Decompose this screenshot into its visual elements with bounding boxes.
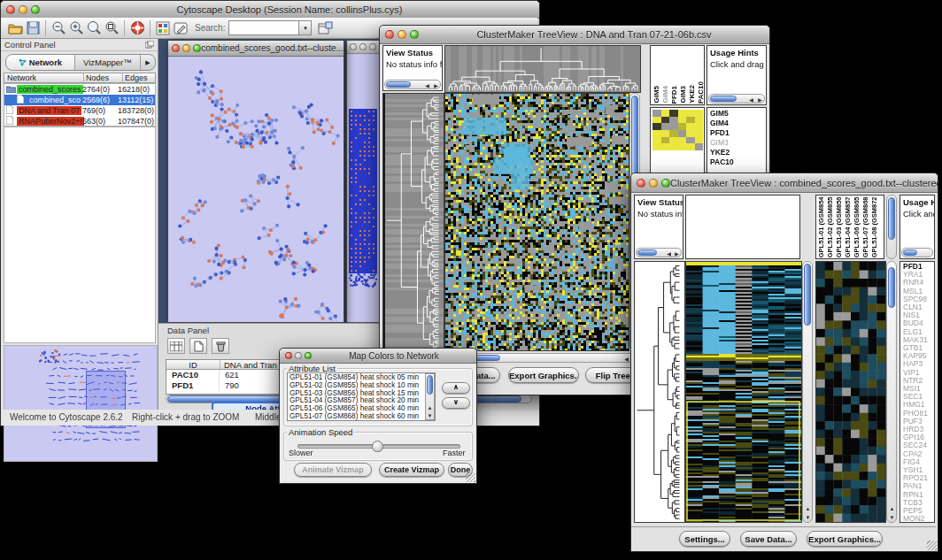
treeview1-titlebar[interactable]: ClusterMaker TreeView : DNA and Tran 07-…: [380, 26, 769, 44]
zoom-heatmap-cell[interactable]: [686, 137, 695, 144]
gene-label[interactable]: MAK31: [903, 336, 928, 344]
gene-label[interactable]: PFD1: [903, 263, 928, 271]
zoom-heatmap-cell[interactable]: [661, 117, 670, 124]
tv2-status-scrollbar[interactable]: ◀▶: [636, 248, 682, 257]
gene-label[interactable]: PEP5: [903, 507, 928, 515]
new-attribute-icon[interactable]: [189, 338, 207, 354]
resize-grip[interactable]: [466, 472, 475, 482]
zoom-heatmap-cell[interactable]: [652, 110, 661, 117]
zoom-heatmap-cell[interactable]: [652, 117, 661, 124]
tv1-row-dendrogram[interactable]: [382, 93, 444, 351]
gene-label[interactable]: NTR2: [903, 377, 928, 385]
gene-label[interactable]: KAP95: [903, 352, 928, 360]
zoom-heatmap-cell[interactable]: [678, 117, 687, 124]
save-icon[interactable]: [24, 19, 42, 37]
tv2-settings-button[interactable]: Settings...: [679, 531, 730, 547]
zoom-heatmap-cell[interactable]: [652, 137, 661, 144]
zoom-heatmap-cell[interactable]: [678, 110, 687, 117]
minimize-button[interactable]: [398, 30, 406, 39]
gene-label[interactable]: FIG4: [903, 458, 928, 466]
plugin-manager-icon[interactable]: [316, 19, 334, 37]
gene-label[interactable]: PHO81: [903, 410, 928, 418]
tv2-row-dendrogram[interactable]: [634, 261, 685, 523]
gene-label[interactable]: HAP3: [903, 360, 928, 368]
tv2-export-graphics-button[interactable]: Export Graphics...: [807, 531, 883, 547]
gene-label[interactable]: MSL1: [903, 288, 928, 295]
network-canvas[interactable]: [168, 57, 342, 321]
minimize-button[interactable]: [359, 43, 367, 50]
zoom-heatmap-cell[interactable]: [678, 143, 687, 150]
tv2-genes-vscroll[interactable]: ▲▼: [886, 261, 897, 523]
zoom-heatmap-cell[interactable]: [661, 137, 670, 144]
network-view-window-2[interactable]: [346, 40, 382, 323]
vizmapper-icon[interactable]: [154, 19, 172, 37]
gene-label[interactable]: GIM5: [710, 109, 734, 119]
close-button[interactable]: [385, 30, 394, 39]
gene-label[interactable]: BUD4: [903, 319, 928, 327]
zoom-button[interactable]: [369, 43, 376, 50]
close-button[interactable]: [350, 43, 357, 50]
zoom-button[interactable]: [410, 30, 419, 39]
tv2-global-heatmap[interactable]: [685, 261, 802, 523]
gene-label[interactable]: GPI16: [903, 433, 928, 441]
gene-label[interactable]: VIP1: [903, 369, 928, 377]
help-lifering-icon[interactable]: [128, 19, 146, 37]
gene-label[interactable]: HMG1: [903, 401, 928, 409]
tv2-heatmap-vscroll[interactable]: ▲▼: [802, 261, 813, 523]
network-view-window-1[interactable]: combined_scores_good.txt--cluste...: [167, 40, 344, 323]
zoom-heatmap-cell[interactable]: [661, 130, 670, 137]
gene-label[interactable]: YSH1: [903, 466, 928, 474]
gene-label[interactable]: YRA1: [903, 271, 928, 279]
gene-label[interactable]: PUF3: [903, 418, 928, 426]
network-matrix-canvas[interactable]: [347, 54, 379, 321]
tv2-zoom-heatmap[interactable]: [815, 261, 886, 523]
gene-label[interactable]: SEC24: [903, 441, 928, 449]
tab-network[interactable]: Network: [6, 55, 75, 70]
zoom-heatmap-cell[interactable]: [695, 143, 704, 150]
gene-label[interactable]: GIM4: [710, 119, 734, 128]
resize-grip[interactable]: [927, 541, 937, 550]
gene-label[interactable]: CPA2: [903, 450, 928, 458]
zoom-heatmap-cell[interactable]: [695, 117, 704, 124]
create-vizmap-button[interactable]: Create Vizmap: [379, 463, 444, 477]
animation-speed-slider[interactable]: [297, 441, 459, 449]
zoom-heatmap-cell[interactable]: [678, 130, 687, 137]
network-table-row[interactable]: DNA and Tran 07769(0)183728(0): [4, 105, 155, 116]
zoom-heatmap-cell[interactable]: [695, 137, 704, 144]
zoom-heatmap-cell[interactable]: [652, 123, 661, 130]
gene-label[interactable]: RPN1: [903, 491, 928, 499]
zoom-button[interactable]: [661, 179, 670, 188]
zoom-heatmap-cell[interactable]: [661, 143, 670, 150]
gene-label[interactable]: GIM3: [710, 138, 734, 148]
search-input[interactable]: [228, 20, 299, 35]
close-button[interactable]: [172, 44, 180, 52]
tv1-global-heatmap[interactable]: [444, 93, 629, 351]
treeview2-titlebar[interactable]: ClusterMaker TreeView : combined_scores_…: [631, 173, 938, 193]
zoom-out-icon[interactable]: [50, 19, 67, 37]
gene-label[interactable]: SPC98: [903, 295, 928, 303]
zoom-heatmap-cell[interactable]: [695, 130, 704, 137]
tv2-hints-scrollbar[interactable]: [901, 248, 933, 257]
zoom-heatmap-cell[interactable]: [652, 143, 661, 150]
gene-label[interactable]: NIS1: [903, 311, 928, 319]
zoom-button[interactable]: [305, 352, 312, 359]
attribute-up-button[interactable]: ∧: [442, 382, 470, 394]
zoom-heatmap-cell[interactable]: [686, 110, 695, 117]
zoom-selected-icon[interactable]: [103, 19, 120, 37]
zoom-heatmap-cell[interactable]: [686, 143, 695, 150]
animate-vizmap-button[interactable]: Animate Vizmap: [294, 463, 372, 477]
zoom-heatmap-cell[interactable]: [652, 130, 661, 137]
birdseye-view[interactable]: [4, 345, 158, 462]
minimize-button[interactable]: [649, 179, 658, 188]
zoom-button[interactable]: [31, 5, 40, 14]
zoom-heatmap-cell[interactable]: [678, 123, 687, 130]
tv1-export-graphics-button[interactable]: Export Graphics...: [508, 367, 579, 383]
close-button[interactable]: [6, 5, 15, 14]
gene-label[interactable]: RPO21: [903, 474, 928, 482]
tv1-status-scrollbar[interactable]: ◀▶: [384, 80, 441, 89]
gene-label[interactable]: CLN1: [903, 303, 928, 311]
gene-label[interactable]: PAN1: [903, 482, 928, 490]
gene-label[interactable]: HRD3: [903, 426, 928, 433]
gene-label[interactable]: GTB1: [903, 344, 928, 352]
main-titlebar[interactable]: Cytoscape Desktop (Session Name: collins…: [1, 1, 539, 19]
